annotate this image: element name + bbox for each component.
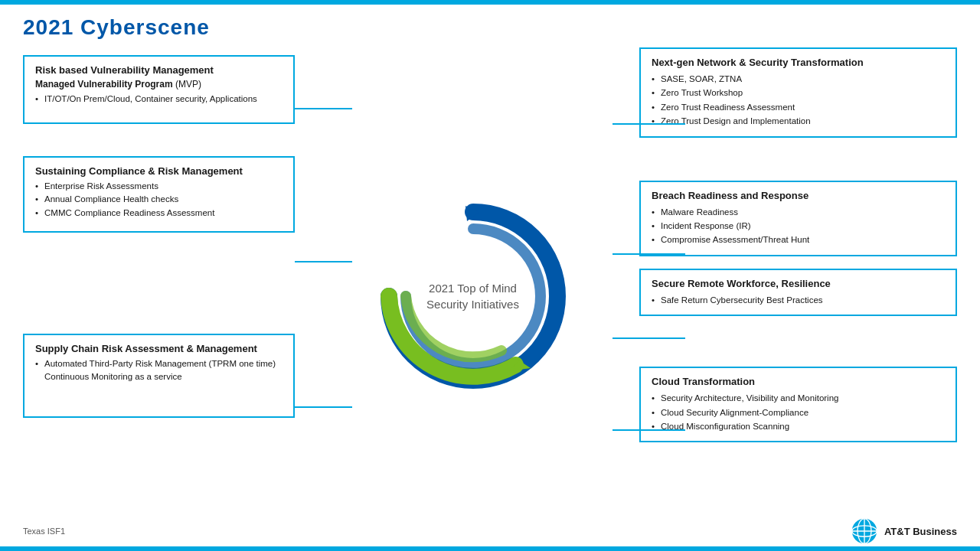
box-vulnerability-list: IT/OT/On Prem/Cloud, Container security,… [35, 93, 283, 106]
att-globe-icon [851, 517, 878, 545]
list-item: SASE, SOAR, ZTNA [652, 72, 945, 86]
list-item: Incident Response (IR) [652, 219, 945, 233]
list-item: Cloud Misconfiguration Scanning [652, 419, 945, 433]
list-item: Zero Trust Design and Implementation [652, 114, 945, 128]
list-item: Zero Trust Workshop [652, 86, 945, 99]
page: 2021 Cyberscene Risk based Vulnerability… [0, 0, 980, 551]
list-item: Safe Return Cybersecurity Best Practices [652, 293, 945, 307]
box-supply-chain-title: Supply Chain Risk Assessment & Managemen… [35, 343, 283, 354]
center-text-line2: Security Initiatives [423, 296, 523, 312]
list-item: CMMC Compliance Readiness Assessment [35, 207, 283, 220]
box-compliance-title: Sustaining Compliance & Risk Management [35, 165, 283, 177]
box-vulnerability-subtitle: Managed Vulnerability Program (MVP) [35, 79, 283, 90]
box-cloud: Cloud Transformation Security Architectu… [639, 367, 957, 442]
box-breach-title: Breach Readiness and Response [652, 190, 945, 201]
att-logo: AT&T Business [851, 517, 957, 545]
list-item: IT/OT/On Prem/Cloud, Container security,… [35, 93, 283, 106]
box-nextgen-title: Next-gen Network & Security Transformati… [652, 57, 945, 68]
center-text: 2021 Top of Mind Security Initiatives [423, 280, 523, 312]
box-compliance: Sustaining Compliance & Risk Management … [23, 156, 295, 233]
list-item: Security Architecture, Visibility and Mo… [652, 391, 945, 405]
box-workforce: Secure Remote Workforce, Resilience Safe… [639, 269, 957, 316]
list-item: Cloud Security Alignment-Compliance [652, 406, 945, 419]
list-item: Enterprise Risk Assessments [35, 180, 283, 193]
list-item: Automated Third-Party Risk Management (T… [35, 357, 283, 384]
footer-text: Texas ISF1 [23, 527, 65, 536]
box-vulnerability-title: Risk based Vulnerability Management [35, 64, 283, 76]
box-supply-chain: Supply Chain Risk Assessment & Managemen… [23, 334, 295, 418]
box-cloud-title: Cloud Transformation [652, 376, 945, 387]
bottom-border [0, 546, 980, 551]
center-text-line1: 2021 Top of Mind [423, 280, 523, 296]
box-compliance-list: Enterprise Risk Assessments Annual Compl… [35, 180, 283, 220]
top-border [0, 0, 980, 5]
att-business-label: AT&T Business [884, 526, 957, 537]
footer: Texas ISF1 AT&T Business [23, 517, 957, 545]
page-title: 2021 Cyberscene [23, 15, 957, 40]
list-item: Compromise Assessment/Threat Hunt [652, 233, 945, 246]
box-workforce-title: Secure Remote Workforce, Resilience [652, 278, 945, 289]
box-workforce-list: Safe Return Cybersecurity Best Practices [652, 293, 945, 307]
box-supply-chain-list: Automated Third-Party Risk Management (T… [35, 357, 283, 384]
box-cloud-list: Security Architecture, Visibility and Mo… [652, 391, 945, 433]
box-nextgen-list: SASE, SOAR, ZTNA Zero Trust Workshop Zer… [652, 72, 945, 129]
circle-diagram: 2021 Top of Mind Security Initiatives [366, 189, 580, 403]
box-nextgen: Next-gen Network & Security Transformati… [639, 47, 957, 138]
list-item: Malware Readiness [652, 205, 945, 219]
center-circle-area: 2021 Top of Mind Security Initiatives [287, 70, 658, 522]
box-breach: Breach Readiness and Response Malware Re… [639, 181, 957, 256]
list-item: Zero Trust Readiness Assessment [652, 100, 945, 114]
box-vulnerability: Risk based Vulnerability Management Mana… [23, 55, 295, 124]
list-item: Annual Compliance Health checks [35, 193, 283, 206]
box-breach-list: Malware Readiness Incident Response (IR)… [652, 205, 945, 247]
